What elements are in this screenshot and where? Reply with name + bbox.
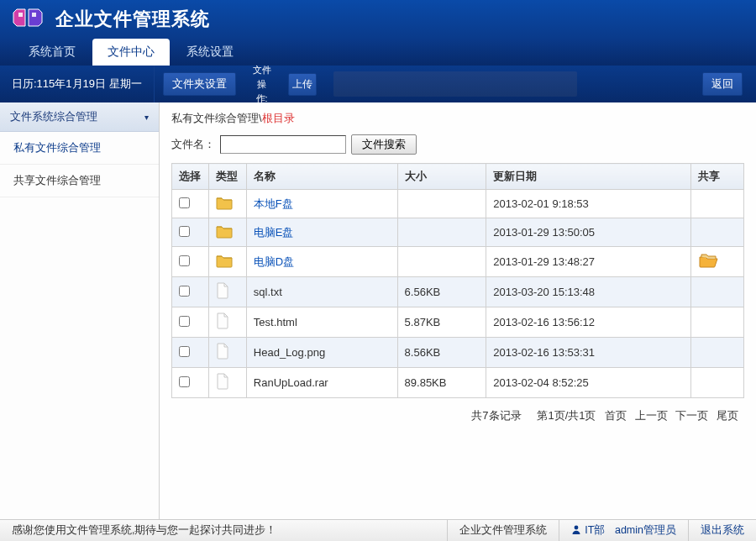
file-share-cell [690,190,743,218]
file-share-cell [690,338,743,368]
footer-left: 感谢您使用文件管理系统,期待与您一起探讨共同进步！ [0,520,447,541]
file-date: 2013-02-16 13:56:12 [486,307,690,338]
file-icon [216,349,229,362]
svg-rect-3 [32,13,36,17]
file-date: 2013-03-20 15:13:48 [486,277,690,307]
toolbar: 日历:115年1月19日 星期一 文件夹设置 文件 操 作: 上传 返回 [0,66,756,102]
row-select-checkbox[interactable] [179,197,190,208]
file-name: sql.txt [254,286,282,298]
file-name: Head_Log.png [254,346,325,359]
file-size: 6.56KB [397,277,486,307]
footer-user: IT部 admin管理员 [559,520,688,541]
table-row: sql.txt6.56KB2013-03-20 15:13:48 [172,277,744,307]
pager-last[interactable]: 尾页 [717,409,738,422]
file-size: 89.85KB [397,368,486,398]
row-select-checkbox[interactable] [179,226,190,237]
file-share-cell [690,247,743,277]
file-share-cell [690,307,743,338]
search-button[interactable]: 文件搜索 [351,134,417,155]
pager-prev[interactable]: 上一页 [635,409,668,422]
table-row: RanUpLoad.rar89.85KB2013-02-04 8:52:25 [172,368,744,398]
sidebar-header-label: 文件系统综合管理 [10,109,97,124]
main-nav: 系统首页 文件中心 系统设置 [0,39,756,66]
row-select-checkbox[interactable] [179,286,190,297]
svg-marker-0 [13,9,25,26]
file-icon [216,319,229,332]
col-select: 选择 [172,164,209,190]
file-name: RanUpLoad.rar [254,376,328,389]
table-row: 本地F盘2013-02-01 9:18:53 [172,190,744,218]
breadcrumb: 私有文件综合管理\根目录 [171,111,744,126]
file-size: 8.56KB [397,338,486,368]
table-row: Test.html5.87KB2013-02-16 13:56:12 [172,307,744,338]
table-row: 电脑E盘2013-01-29 13:50:05 [172,218,744,247]
file-size: 5.87KB [397,307,486,338]
row-select-checkbox[interactable] [179,346,190,357]
footer-center: 企业文件管理系统 [447,520,559,541]
file-date: 2013-01-29 13:50:05 [486,218,690,247]
nav-tab-files[interactable]: 文件中心 [92,39,170,66]
svg-rect-2 [18,13,23,17]
sidebar-header[interactable]: 文件系统综合管理 ▾ [0,102,159,132]
sidebar-item-shared[interactable]: 共享文件综合管理 [0,165,159,197]
pager-first[interactable]: 首页 [605,409,627,422]
file-share-cell [690,218,743,247]
pager-total: 共7条记录 [471,409,521,422]
col-type: 类型 [209,164,246,190]
col-size: 大小 [397,164,486,190]
calendar-text: 日历:115年1月19日 星期一 [0,66,155,102]
breadcrumb-prefix: 私有文件综合管理\ [171,112,262,124]
footer: 感谢您使用文件管理系统,期待与您一起探讨共同进步！ 企业文件管理系统 IT部 a… [0,519,756,541]
row-select-checkbox[interactable] [179,316,190,327]
svg-point-4 [575,526,579,530]
app-title: 企业文件管理系统 [55,7,210,32]
file-size [397,247,486,277]
search-input[interactable] [220,135,346,154]
user-name: admin管理员 [615,523,676,538]
logout-button[interactable]: 退出系统 [688,520,756,541]
nav-tab-settings[interactable]: 系统设置 [171,39,249,66]
toolbar-spacer [333,71,577,97]
file-date: 2013-02-01 9:18:53 [486,190,690,218]
pager-next[interactable]: 下一页 [675,409,708,422]
folder-icon [216,228,233,241]
logo-icon [10,6,45,33]
file-name[interactable]: 电脑E盘 [254,226,294,239]
sidebar-item-private[interactable]: 私有文件综合管理 [0,132,159,165]
user-dept: IT部 [585,523,605,538]
file-op-label-2: 操 [257,80,266,89]
file-date: 2013-01-29 13:48:27 [486,247,690,277]
chevron-down-icon: ▾ [144,113,149,122]
pager: 共7条记录 第1页/共1页 首页 上一页 下一页 尾页 [171,398,744,433]
search-row: 文件名： 文件搜索 [171,134,744,155]
file-name[interactable]: 本地F盘 [254,197,293,210]
header-bar: 企业文件管理系统 [0,0,756,39]
upload-button[interactable]: 上传 [288,73,317,96]
file-date: 2013-02-16 13:53:31 [486,338,690,368]
folder-settings-button[interactable]: 文件夹设置 [163,72,236,96]
row-select-checkbox[interactable] [179,255,190,266]
main-panel: 私有文件综合管理\根目录 文件名： 文件搜索 选择 类型 名称 大小 更新日期 … [160,102,756,519]
file-icon [216,289,229,302]
svg-marker-1 [29,9,42,26]
file-icon [216,380,229,392]
pager-pages: 第1页/共1页 [537,409,596,422]
share-folder-icon[interactable] [698,259,720,271]
file-table: 选择 类型 名称 大小 更新日期 共享 本地F盘2013-02-01 9:18:… [171,163,744,398]
file-date: 2013-02-04 8:52:25 [486,368,690,398]
nav-tab-home[interactable]: 系统首页 [13,39,91,66]
search-label: 文件名： [171,137,215,152]
file-op-label-1: 文件 [253,66,271,75]
file-name[interactable]: 电脑D盘 [254,255,294,268]
row-select-checkbox[interactable] [179,376,190,387]
breadcrumb-current: 根目录 [262,112,295,124]
return-button[interactable]: 返回 [702,72,743,96]
file-size [397,218,486,247]
sidebar: 文件系统综合管理 ▾ 私有文件综合管理 共享文件综合管理 [0,102,160,519]
user-icon [571,524,581,537]
table-row: 电脑D盘2013-01-29 13:48:27 [172,247,744,277]
file-name: Test.html [254,316,297,328]
table-row: Head_Log.png8.56KB2013-02-16 13:53:31 [172,338,744,368]
file-share-cell [690,368,743,398]
col-share: 共享 [690,164,743,190]
